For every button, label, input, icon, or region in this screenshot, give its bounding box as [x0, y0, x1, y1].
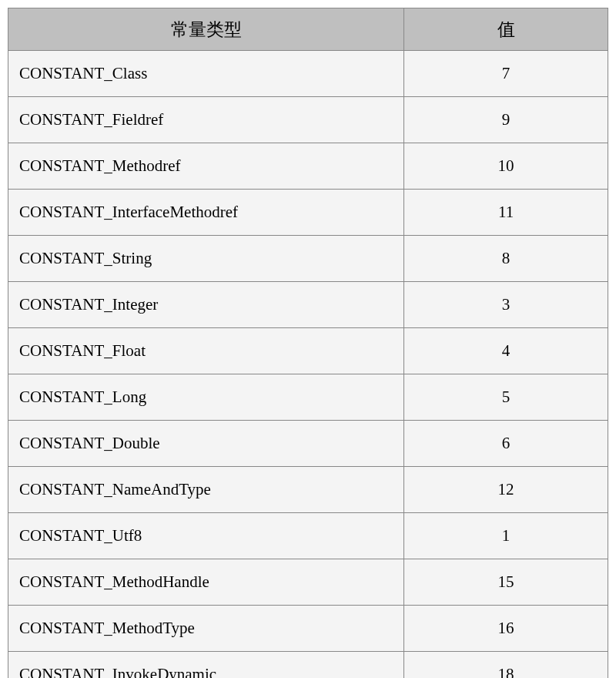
constant-value-cell: 5: [404, 374, 608, 421]
constant-value-cell: 12: [404, 467, 608, 513]
table-row: CONSTANT_String8: [8, 236, 608, 282]
table-row: CONSTANT_InterfaceMethodref11: [8, 190, 608, 236]
constant-pool-table: 常量类型 值 CONSTANT_Class7CONSTANT_Fieldref9…: [8, 8, 608, 678]
header-value: 值: [404, 8, 608, 51]
constant-type-cell: CONSTANT_InvokeDynamic: [8, 652, 404, 679]
constant-value-cell: 8: [404, 236, 608, 282]
table-row: CONSTANT_Double6: [8, 421, 608, 467]
constant-type-cell: CONSTANT_MethodHandle: [8, 559, 404, 606]
constant-type-cell: CONSTANT_Class: [8, 51, 404, 97]
constant-value-cell: 15: [404, 559, 608, 606]
constant-value-cell: 9: [404, 97, 608, 143]
table-row: CONSTANT_Float4: [8, 328, 608, 374]
constant-type-cell: CONSTANT_Utf8: [8, 513, 404, 559]
constant-value-cell: 7: [404, 51, 608, 97]
constant-value-cell: 6: [404, 421, 608, 467]
table-row: CONSTANT_MethodHandle15: [8, 559, 608, 606]
table-row: CONSTANT_Class7: [8, 51, 608, 97]
constant-value-cell: 11: [404, 190, 608, 236]
table-row: CONSTANT_Long5: [8, 374, 608, 421]
constant-value-cell: 3: [404, 282, 608, 328]
table-row: CONSTANT_NameAndType12: [8, 467, 608, 513]
constant-value-cell: 10: [404, 143, 608, 190]
table-row: CONSTANT_Utf81: [8, 513, 608, 559]
constant-type-cell: CONSTANT_InterfaceMethodref: [8, 190, 404, 236]
header-type: 常量类型: [8, 8, 404, 51]
constant-value-cell: 4: [404, 328, 608, 374]
constant-type-cell: CONSTANT_Long: [8, 374, 404, 421]
constant-type-cell: CONSTANT_Integer: [8, 282, 404, 328]
constant-type-cell: CONSTANT_Fieldref: [8, 97, 404, 143]
table-header-row: 常量类型 值: [8, 8, 608, 51]
constant-value-cell: 18: [404, 652, 608, 679]
table-row: CONSTANT_InvokeDynamic18: [8, 652, 608, 679]
constant-type-cell: CONSTANT_Float: [8, 328, 404, 374]
constant-value-cell: 16: [404, 606, 608, 652]
constant-type-cell: CONSTANT_MethodType: [8, 606, 404, 652]
constant-type-cell: CONSTANT_String: [8, 236, 404, 282]
table-row: CONSTANT_Methodref10: [8, 143, 608, 190]
table-row: CONSTANT_Fieldref9: [8, 97, 608, 143]
table-row: CONSTANT_MethodType16: [8, 606, 608, 652]
constant-type-cell: CONSTANT_Double: [8, 421, 404, 467]
table-row: CONSTANT_Integer3: [8, 282, 608, 328]
constant-type-cell: CONSTANT_Methodref: [8, 143, 404, 190]
constant-type-cell: CONSTANT_NameAndType: [8, 467, 404, 513]
constant-value-cell: 1: [404, 513, 608, 559]
